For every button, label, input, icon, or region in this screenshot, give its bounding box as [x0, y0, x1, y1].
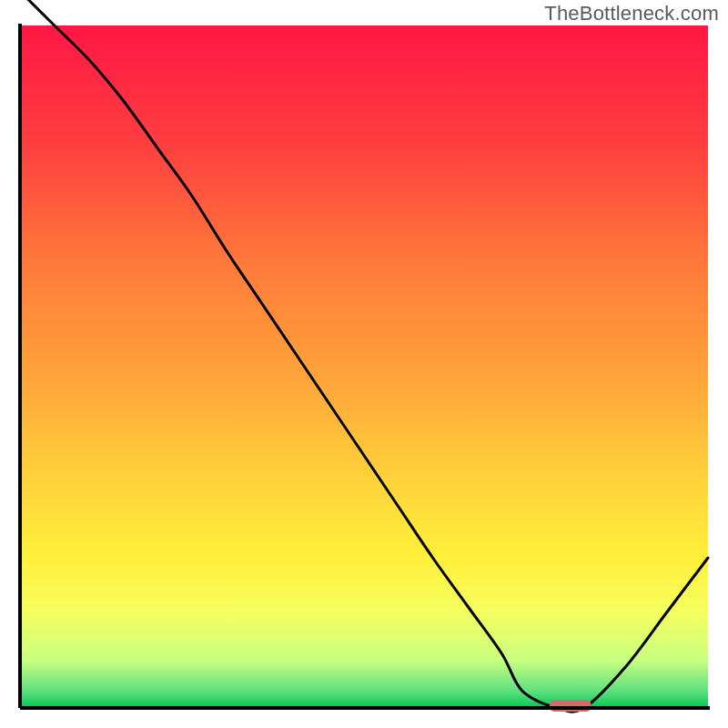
watermark-text: TheBottleneck.com: [544, 2, 719, 25]
chart-container: TheBottleneck.com: [0, 0, 728, 728]
axes: [20, 25, 708, 708]
plot-area: [20, 25, 708, 708]
